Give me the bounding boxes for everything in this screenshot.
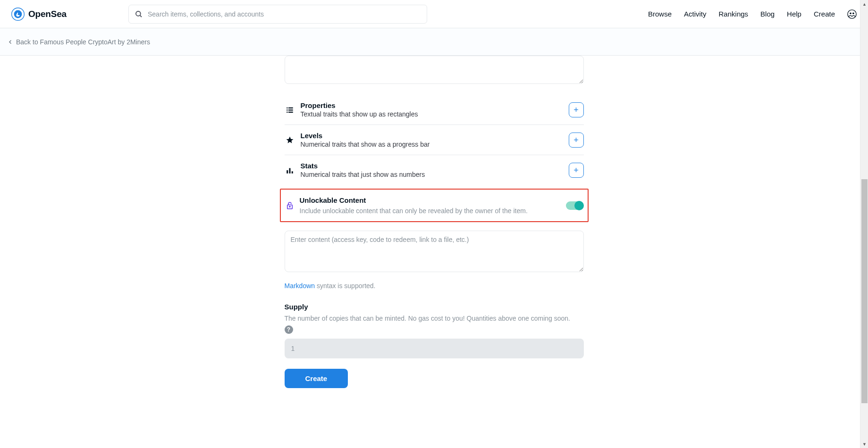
search-icon bbox=[135, 10, 143, 18]
svg-rect-9 bbox=[287, 109, 287, 110]
markdown-note: Markdown syntax is supported. bbox=[285, 282, 584, 290]
svg-point-5 bbox=[850, 12, 851, 14]
svg-rect-10 bbox=[288, 109, 293, 110]
create-button[interactable]: Create bbox=[285, 369, 348, 388]
form-column: Properties Textual traits that show up a… bbox=[285, 56, 584, 388]
properties-row: Properties Textual traits that show up a… bbox=[285, 95, 584, 124]
stats-desc: Numerical traits that just show as numbe… bbox=[301, 171, 569, 178]
nav-create[interactable]: Create bbox=[814, 10, 835, 18]
svg-rect-8 bbox=[288, 107, 293, 108]
scrollbar-up-arrow-icon[interactable]: ▲ bbox=[860, 0, 868, 8]
lock-open-icon bbox=[285, 201, 295, 210]
stats-row: Stats Numerical traits that just show as… bbox=[285, 155, 584, 185]
svg-rect-7 bbox=[287, 107, 287, 108]
breadcrumb[interactable]: Back to Famous People CryptoArt by 2Mine… bbox=[0, 28, 868, 56]
svg-rect-14 bbox=[289, 168, 290, 173]
star-icon bbox=[285, 136, 295, 144]
supply-section: Supply The number of copies that can be … bbox=[285, 303, 584, 358]
properties-desc: Textual traits that show up as rectangle… bbox=[301, 110, 569, 118]
supply-hint: The number of copies that can be minted.… bbox=[285, 314, 584, 324]
add-stats-button[interactable]: + bbox=[569, 163, 584, 178]
account-icon[interactable] bbox=[847, 9, 857, 19]
help-badge-icon[interactable]: ? bbox=[285, 325, 293, 334]
description-textarea[interactable] bbox=[285, 56, 584, 84]
bar-chart-icon bbox=[285, 166, 295, 174]
svg-rect-13 bbox=[287, 170, 288, 174]
properties-title: Properties bbox=[301, 101, 569, 109]
brand-logo[interactable]: OpenSea bbox=[11, 8, 67, 21]
nav: Browse Activity Rankings Blog Help Creat… bbox=[648, 9, 857, 19]
search-wrap bbox=[128, 5, 427, 24]
brand-name: OpenSea bbox=[28, 9, 67, 19]
nav-rankings[interactable]: Rankings bbox=[719, 10, 749, 18]
search-box[interactable] bbox=[128, 5, 427, 24]
opensea-logo-icon bbox=[11, 8, 25, 21]
list-icon bbox=[285, 106, 295, 114]
unlockable-title: Unlockable Content bbox=[300, 196, 566, 204]
levels-row: Levels Numerical traits that show as a p… bbox=[285, 124, 584, 155]
toggle-knob bbox=[574, 201, 584, 210]
nav-help[interactable]: Help bbox=[787, 10, 801, 18]
scrollbar-track[interactable]: ▲ ▼ bbox=[860, 0, 868, 407]
svg-line-3 bbox=[140, 15, 142, 17]
svg-point-2 bbox=[136, 11, 141, 16]
add-properties-button[interactable]: + bbox=[569, 102, 584, 117]
unlockable-section: Unlockable Content Include unlockable co… bbox=[280, 189, 589, 222]
nav-activity[interactable]: Activity bbox=[684, 10, 707, 18]
markdown-link[interactable]: Markdown bbox=[285, 282, 315, 290]
svg-point-17 bbox=[289, 206, 290, 207]
supply-label: Supply bbox=[285, 303, 584, 311]
unlockable-desc: Include unlockable content that can only… bbox=[300, 207, 566, 215]
svg-rect-15 bbox=[291, 171, 293, 174]
nav-browse[interactable]: Browse bbox=[648, 10, 672, 18]
main: Properties Textual traits that show up a… bbox=[0, 56, 868, 407]
svg-point-4 bbox=[848, 9, 856, 18]
breadcrumb-label: Back to Famous People CryptoArt by 2Mine… bbox=[16, 38, 150, 46]
stats-title: Stats bbox=[301, 162, 569, 170]
search-input[interactable] bbox=[148, 10, 421, 18]
chevron-left-icon bbox=[8, 39, 13, 45]
supply-input bbox=[285, 339, 584, 358]
svg-point-6 bbox=[852, 12, 854, 14]
scrollbar-thumb[interactable] bbox=[861, 179, 868, 403]
markdown-rest: syntax is supported. bbox=[315, 282, 375, 290]
header: OpenSea Browse Activity Rankings Blog He… bbox=[0, 0, 868, 28]
add-levels-button[interactable]: + bbox=[569, 133, 584, 148]
unlockable-content-textarea[interactable] bbox=[285, 231, 584, 272]
nav-blog[interactable]: Blog bbox=[760, 10, 775, 18]
svg-rect-12 bbox=[288, 111, 293, 112]
unlockable-toggle[interactable] bbox=[566, 201, 583, 210]
svg-rect-11 bbox=[287, 111, 287, 112]
levels-desc: Numerical traits that show as a progress… bbox=[301, 141, 569, 148]
levels-title: Levels bbox=[301, 132, 569, 140]
